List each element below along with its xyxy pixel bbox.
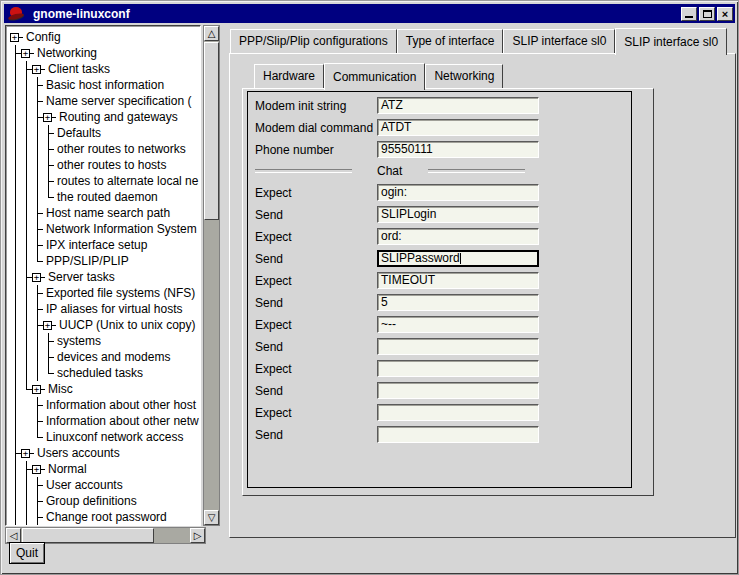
field-label: Expect [255,186,377,200]
tree-item[interactable]: scheduled tasks [10,365,200,381]
tree-line [43,125,54,141]
scroll-left-icon[interactable]: ◁ [6,528,21,543]
section-tab[interactable]: Networking [425,64,503,88]
tree-item[interactable]: the routed daemon [10,189,200,205]
send-input[interactable]: SLIPPassword [377,250,539,267]
expand-icon[interactable]: + [21,49,30,58]
tree-item[interactable]: IPX interface setup [10,237,200,253]
maximize-icon [703,10,712,18]
tree-line [10,461,21,477]
tree-item[interactable]: User accounts [10,477,200,493]
tree-item[interactable]: Information about other host [10,397,200,413]
tree-item[interactable]: Network Information System [10,221,200,237]
tree-item[interactable]: routes to alternate local ne [10,173,200,189]
expect-input[interactable]: ogin: [377,184,539,201]
tree-item[interactable]: Basic host information [10,77,200,93]
tree-line [32,189,43,205]
maximize-button[interactable] [699,7,715,21]
tree-item[interactable]: other routes to networks [10,141,200,157]
minimize-button[interactable] [681,7,697,21]
tree-item[interactable]: +Misc [10,381,200,397]
tree-item[interactable]: systems [10,333,200,349]
quit-button[interactable]: Quit [9,542,45,564]
tree-item[interactable]: other routes to hosts [10,157,200,173]
tree-line [10,189,21,205]
expect-input[interactable] [377,360,539,377]
send-input[interactable] [377,338,539,355]
tree-line [21,317,32,333]
tree-item[interactable]: Host name search path [10,205,200,221]
tree-item[interactable]: devices and modems [10,349,200,365]
section-tab[interactable]: Hardware [254,64,324,88]
tree-line [43,333,54,349]
interface-tab[interactable]: PPP/Slip/Plip configurations [230,29,397,53]
separator-line [428,169,525,173]
tree-item[interactable]: Information about other netw [10,413,200,429]
send-input[interactable] [377,426,539,443]
redhat-logo-icon [8,7,24,21]
tree-item[interactable]: +Server tasks [10,269,200,285]
send-input[interactable]: SLIPLogin [377,206,539,223]
expand-icon[interactable]: + [21,449,30,458]
tree-vertical-scrollbar[interactable]: △ ▽ [203,25,220,526]
titlebar[interactable]: gnome-linuxconf × [4,4,735,23]
expand-icon[interactable]: + [32,273,41,282]
tree-item[interactable]: +Normal [10,461,200,477]
form-row: Expect~-- [255,316,631,333]
field-label: Expect [255,230,377,244]
modem-dial-command-input[interactable]: ATDT [377,119,539,136]
close-button[interactable]: × [717,7,733,21]
send-input[interactable] [377,382,539,399]
tree-item[interactable]: Defaults [10,125,200,141]
field-label: Phone number [255,143,377,157]
expand-icon[interactable]: + [43,321,52,330]
interface-tab[interactable]: SLIP interface sl0 [503,29,615,53]
expect-input[interactable]: ord: [377,228,539,245]
send-input[interactable]: 5 [377,294,539,311]
expand-icon[interactable]: + [10,33,19,42]
expand-icon[interactable]: + [32,465,41,474]
interface-tab[interactable]: Type of interface [397,29,504,53]
tree-item[interactable]: +UUCP (Unix to unix copy) [10,317,200,333]
form-row: Expectord: [255,228,631,245]
scroll-right-icon[interactable]: ▷ [190,528,205,543]
section-tab[interactable]: Communication [324,63,425,90]
tree-line [10,221,21,237]
expand-icon[interactable]: + [43,113,52,122]
horizontal-scrollbar-thumb[interactable] [22,528,154,543]
modem-init-string-input[interactable]: ATZ [377,97,539,114]
tree-item[interactable]: Group definitions [10,493,200,509]
tree-item[interactable]: PPP/SLIP/PLIP [10,253,200,269]
tree-item-label: Config [23,30,61,44]
form-row: Expect [255,404,631,421]
tree-item[interactable]: +Routing and gateways [10,109,200,125]
config-tree[interactable]: +Config+Networking+Client tasksBasic hos… [5,25,201,526]
tree-item[interactable]: IP aliases for virtual hosts [10,301,200,317]
interface-tab[interactable]: SLIP interface sl0 [615,28,727,55]
tree-item[interactable]: Exported file systems (NFS) [10,285,200,301]
tree-item[interactable]: +Client tasks [10,61,200,77]
expand-icon[interactable]: + [32,385,41,394]
expect-input[interactable] [377,404,539,421]
scroll-down-icon[interactable]: ▽ [204,510,219,525]
tree-line [10,317,21,333]
tree-item-label: routes to alternate local ne [54,174,198,188]
tree-item[interactable]: +Networking [10,45,200,61]
field-label: Send [255,208,377,222]
scroll-up-icon[interactable]: △ [204,26,219,41]
tree-item[interactable]: +Users accounts [10,445,200,461]
tree-line [43,349,54,365]
tree-item-label: Basic host information [43,78,164,92]
window-title: gnome-linuxconf [33,7,130,21]
tree-item[interactable]: Change root password [10,509,200,525]
expect-input[interactable]: ~-- [377,316,539,333]
expand-icon[interactable]: + [32,65,41,74]
tree-item[interactable]: Name server specification ( [10,93,200,109]
tree-item[interactable]: +Config [10,29,200,45]
tree-line [21,125,32,141]
phone-number-input[interactable]: 95550111 [377,141,539,158]
expect-input[interactable]: TIMEOUT [377,272,539,289]
tree-item[interactable]: Linuxconf network access [10,429,200,445]
vertical-scrollbar-thumb[interactable] [204,42,219,220]
window-controls: × [681,7,733,21]
